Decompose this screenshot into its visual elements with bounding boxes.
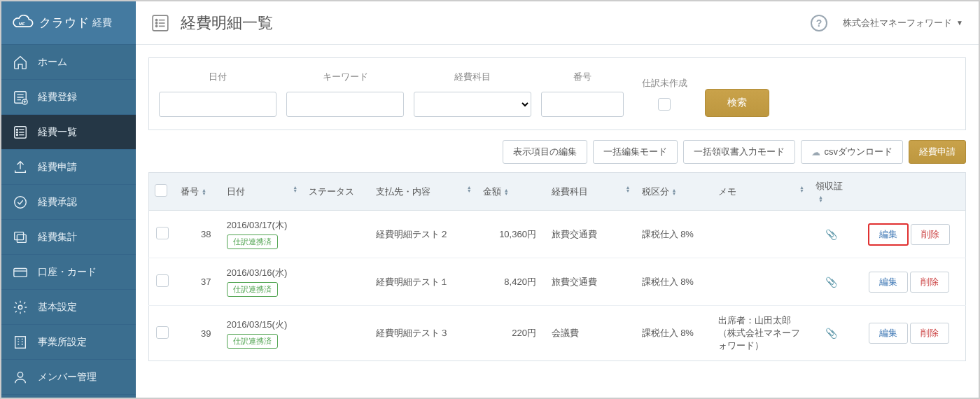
svg-point-11 [18,305,22,309]
status-badge: 仕訳連携済 [227,234,278,249]
svg-rect-10 [14,268,27,276]
cell-amount: 8,420円 [477,258,546,306]
paperclip-icon[interactable]: 📎 [825,328,837,339]
upload-icon [13,160,28,175]
cell-memo: 出席者：山田太郎（株式会社マネーフォワード） [713,306,811,361]
card-icon [13,265,28,280]
th-payee[interactable]: 支払先・内容▲▼ [370,173,477,211]
th-status: ステータス [303,173,370,211]
home-icon [13,55,28,70]
filter-number-label: 番号 [573,71,592,83]
user-icon [13,370,28,385]
cell-payee: 経費明細テスト３ [370,306,477,361]
company-name: 株式会社マネーフォワード [843,17,952,29]
sort-icon: ▲▼ [504,188,509,195]
sidebar-item-members[interactable]: メンバー管理 [1,360,136,395]
search-button[interactable]: 検索 [705,89,769,117]
paperclip-icon[interactable]: 📎 [825,229,837,240]
th-tax[interactable]: 税区分▲▼ [636,173,713,211]
company-dropdown[interactable]: 株式会社マネーフォワード ▼ [843,17,963,29]
filter-subject-label: 経費科目 [454,71,491,83]
filter-unjournaled-label: 仕訳未作成 [642,77,687,90]
sidebar-item-register[interactable]: 経費登録 [1,80,136,115]
sidebar-item-label: 事業所設定 [38,336,87,349]
th-number[interactable]: 番号▲▼ [175,173,220,211]
sidebar-item-label: 口座・カード [38,266,97,279]
brand-logo[interactable]: MF クラウド 経費 [1,1,136,45]
table-row: 37 2016/03/16(水)仕訳連携済 経費明細テスト１ 8,420円 旅費… [149,258,966,306]
edit-button[interactable]: 編集 [868,223,909,246]
sidebar-item-label: メンバー管理 [38,371,97,384]
filter-unjournaled-checkbox[interactable] [658,98,671,111]
table-row: 39 2016/03/15(火)仕訳連携済 経費明細テスト３ 220円 会議費 … [149,306,966,361]
apply-button[interactable]: 経費申請 [909,140,966,164]
sort-icon: ▲▼ [626,186,631,192]
csv-download-button[interactable]: ☁csvダウンロード [801,140,904,164]
sidebar-item-account[interactable]: 口座・カード [1,255,136,290]
sort-icon: ▲▼ [799,186,804,192]
svg-rect-9 [17,234,26,242]
cell-date: 2016/03/15(火) [227,318,298,331]
row-checkbox[interactable] [156,227,169,239]
sidebar-item-home[interactable]: ホーム [1,45,136,80]
list-icon [151,14,169,32]
gear-icon [13,300,28,315]
status-badge: 仕訳連携済 [227,282,278,297]
row-checkbox[interactable] [156,274,169,287]
bulk-receipt-button[interactable]: 一括領収書入力モード [683,140,795,164]
th-memo[interactable]: メモ▲▼ [713,173,811,211]
sort-icon: ▲▼ [672,188,677,195]
filter-number-input[interactable] [541,92,624,117]
expense-table: 番号▲▼ 日付▲▼ ステータス 支払先・内容▲▼ 金額▲▼ 経費科目▲▼ 税区分… [148,172,966,361]
bulk-edit-button[interactable]: 一括編集モード [593,140,678,164]
svg-point-7 [15,196,27,208]
sidebar-item-label: ホーム [38,56,67,69]
delete-button[interactable]: 削除 [910,323,949,344]
svg-point-13 [18,372,22,377]
sort-icon: ▲▼ [293,186,298,192]
sidebar-item-apply[interactable]: 経費申請 [1,150,136,185]
cell-date: 2016/03/17(木) [227,219,298,232]
sidebar-item-label: 経費集計 [38,231,77,244]
cloud-download-icon: ☁ [811,147,820,158]
paperclip-icon[interactable]: 📎 [825,276,837,288]
th-amount[interactable]: 金額▲▼ [477,173,546,211]
select-all-checkbox[interactable] [155,184,167,197]
edit-button[interactable]: 編集 [869,272,908,293]
main: 経費明細一覧 ? 株式会社マネーフォワード ▼ 日付 キーワード 経費科目 [136,1,979,398]
sidebar-item-label: 経費承認 [38,196,77,209]
svg-point-6 [17,134,18,135]
sidebar-item-office[interactable]: 事業所設定 [1,325,136,360]
list-icon [13,125,28,140]
cell-number: 37 [175,258,220,306]
filter-keyword-input[interactable] [286,92,404,117]
cell-payee: 経費明細テスト１ [370,258,477,306]
cell-tax: 課税仕入 8% [636,306,713,361]
filter-date-input[interactable] [159,92,276,117]
svg-rect-12 [15,336,26,348]
delete-button[interactable]: 削除 [911,224,950,245]
th-subject[interactable]: 経費科目▲▼ [546,173,636,211]
sidebar-item-approve[interactable]: 経費承認 [1,185,136,220]
columns-button[interactable]: 表示項目の編集 [503,140,587,164]
sidebar-item-settings[interactable]: 基本設定 [1,290,136,325]
row-checkbox[interactable] [156,326,169,339]
help-button[interactable]: ? [811,15,827,31]
svg-point-5 [17,132,18,133]
cell-subject: 旅費交通費 [546,258,636,306]
cell-payee: 経費明細テスト２ [370,211,477,258]
th-receipt[interactable]: 領収証▲▼ [810,173,853,211]
sidebar-item-label: 経費一覧 [38,126,77,139]
svg-point-4 [17,129,18,130]
filter-subject-select[interactable] [414,92,531,117]
toolbar: 表示項目の編集 一括編集モード 一括領収書入力モード ☁csvダウンロード 経費… [148,140,966,164]
building-icon [13,335,28,350]
th-date[interactable]: 日付▲▼ [221,173,304,211]
edit-button[interactable]: 編集 [869,323,908,344]
delete-button[interactable]: 削除 [910,272,949,293]
cell-amount: 220円 [477,306,546,361]
filter-panel: 日付 キーワード 経費科目 番号 仕訳未作成 [148,57,966,130]
sidebar-item-list[interactable]: 経費一覧 [1,115,136,150]
sidebar-item-summary[interactable]: 経費集計 [1,220,136,255]
filter-keyword-label: キーワード [323,71,368,83]
